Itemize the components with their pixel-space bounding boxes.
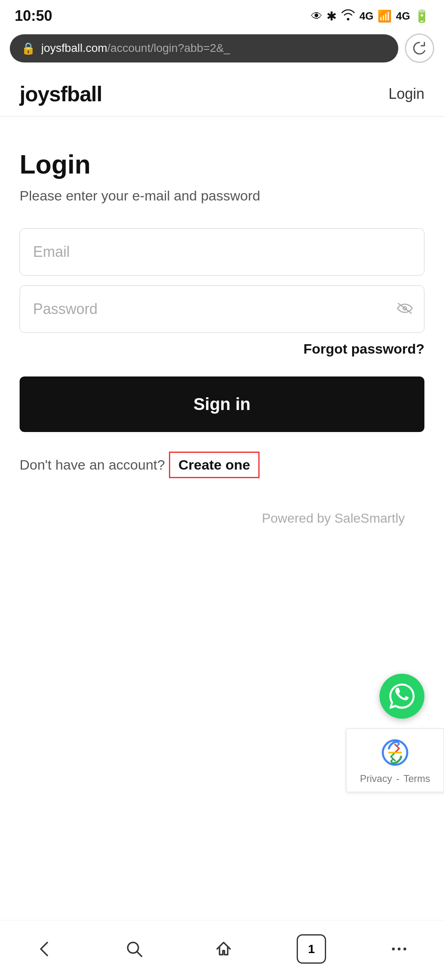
- back-button[interactable]: [29, 933, 61, 965]
- whatsapp-icon: [388, 683, 415, 710]
- status-icons: 👁 ✱ 4G 📶 4G 🔋: [311, 9, 429, 23]
- bottom-nav: 1: [0, 920, 444, 980]
- no-account-text: Don't have an account?: [20, 457, 165, 473]
- bluetooth-icon: ✱: [326, 9, 337, 23]
- header-login-link[interactable]: Login: [388, 85, 424, 102]
- svg-point-6: [404, 948, 406, 951]
- recaptcha-dash: -: [396, 773, 400, 784]
- whatsapp-fab-button[interactable]: [380, 674, 424, 719]
- main-content: Login Please enter your e-mail and passw…: [0, 117, 444, 570]
- toggle-password-icon[interactable]: [397, 301, 413, 318]
- network-4g-2-icon: 4G: [396, 10, 410, 22]
- forgot-password-link[interactable]: Forgot password?: [20, 341, 424, 357]
- svg-line-3: [137, 951, 142, 956]
- email-input[interactable]: [20, 228, 424, 276]
- refresh-button[interactable]: [405, 33, 434, 63]
- tab-number: 1: [308, 942, 315, 956]
- more-options-button[interactable]: [383, 933, 415, 965]
- refresh-icon: [412, 41, 427, 56]
- svg-line-0: [398, 303, 411, 313]
- home-icon: [214, 939, 233, 959]
- address-path: /account/login?abb=2&_: [107, 42, 230, 54]
- login-subtitle: Please enter your e-mail and password: [20, 188, 424, 204]
- wifi-icon: [341, 9, 355, 23]
- search-icon: [124, 939, 144, 959]
- battery-icon: 🔋: [414, 9, 429, 23]
- create-account-row: Don't have an account? Create one: [20, 452, 424, 478]
- home-button[interactable]: [207, 933, 240, 965]
- recaptcha-logo-icon: [375, 736, 415, 769]
- lock-icon: 🔒: [21, 42, 36, 55]
- recaptcha-privacy-link[interactable]: Privacy: [360, 773, 392, 784]
- powered-by: Powered by SaleSmartly: [20, 511, 424, 526]
- password-wrapper: [20, 285, 424, 333]
- site-header: joysfball Login: [0, 67, 444, 116]
- network-4g-icon: 4G: [360, 10, 374, 22]
- eye-status-icon: 👁: [311, 9, 322, 23]
- signal-bars-icon: 📶: [377, 9, 392, 23]
- status-bar: 10:50 👁 ✱ 4G 📶 4G 🔋: [0, 0, 444, 29]
- more-options-icon: [389, 939, 409, 959]
- back-arrow-icon: [35, 939, 55, 959]
- site-logo: joysfball: [20, 82, 102, 106]
- svg-point-5: [398, 948, 401, 951]
- recaptcha-links: Privacy - Terms: [360, 773, 430, 784]
- login-title: Login: [20, 149, 424, 180]
- address-bar[interactable]: 🔒 joysfball.com/account/login?abb=2&_: [10, 34, 398, 62]
- create-one-link[interactable]: Create one: [169, 452, 260, 478]
- recaptcha-badge: Privacy - Terms: [346, 728, 444, 792]
- sign-in-button[interactable]: Sign in: [20, 376, 424, 432]
- search-button[interactable]: [118, 933, 151, 965]
- status-time: 10:50: [15, 7, 52, 24]
- recaptcha-terms-link[interactable]: Terms: [404, 773, 430, 784]
- tab-indicator[interactable]: 1: [297, 934, 326, 964]
- address-domain: joysfball.com: [41, 42, 107, 54]
- address-text[interactable]: joysfball.com/account/login?abb=2&_: [41, 42, 230, 55]
- password-input[interactable]: [20, 285, 424, 333]
- address-bar-row: 🔒 joysfball.com/account/login?abb=2&_: [0, 29, 444, 67]
- svg-point-4: [392, 948, 395, 951]
